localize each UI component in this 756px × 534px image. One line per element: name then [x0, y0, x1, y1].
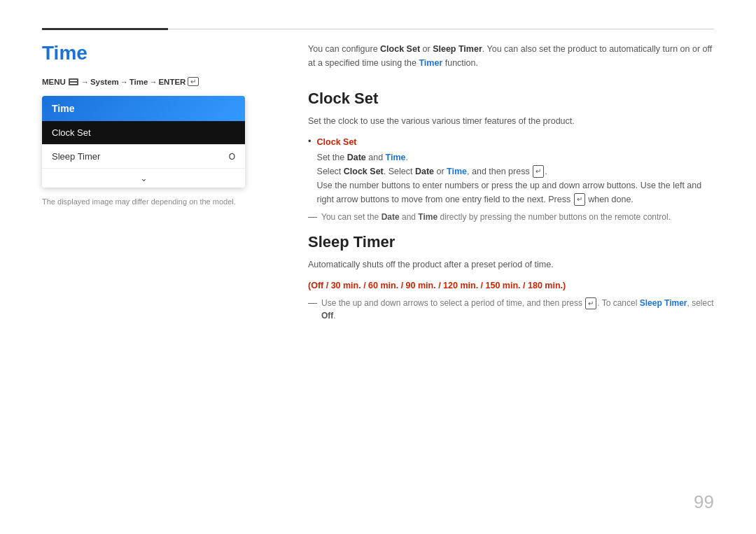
system-label: System	[90, 78, 119, 86]
tv-menu-header: Time	[42, 96, 245, 121]
menu-label: MENU	[42, 78, 66, 86]
right-panel: You can configure Clock Set or Sleep Tim…	[308, 42, 714, 322]
arrow-2: →	[120, 78, 128, 86]
sleep-timer-label: Sleep Timer	[52, 151, 100, 162]
sub-bullets: Set the Date and Time. Select Clock Set.…	[317, 150, 714, 206]
arrow-3: →	[149, 78, 157, 86]
bullet-content: Clock Set Set the Date and Time. Select …	[317, 135, 714, 206]
clock-set-bullet-label: Clock Set	[317, 137, 357, 147]
enter-label: ENTER	[158, 78, 186, 86]
sleep-timer-ref: Sleep Timer	[640, 298, 687, 308]
date-label-2: Date	[415, 167, 434, 176]
intro-text: You can configure Clock Set or Sleep Tim…	[308, 42, 714, 70]
note-text: You can set the Date and Time directly b…	[321, 211, 671, 223]
top-bar-line	[168, 29, 714, 29]
sleep-note-dash: —	[308, 297, 317, 308]
tv-menu-chevron[interactable]: ⌄	[42, 169, 245, 188]
page-title: Time	[42, 42, 266, 64]
left-panel: Time MENU → System → Time → ENTER ↵ Time…	[42, 42, 266, 206]
enter-icon: ↵	[188, 77, 199, 86]
intro-timer: Timer	[419, 58, 442, 68]
clock-set-bullet: • Clock Set Set the Date and Time. Selec…	[308, 135, 714, 206]
menu-path: MENU → System → Time → ENTER ↵	[42, 77, 266, 86]
clock-set-note: — You can set the Date and Time directly…	[308, 211, 714, 223]
intro-sleep-timer: Sleep Timer	[433, 44, 482, 54]
note-date: Date	[382, 212, 400, 222]
sub-bullet-1: Set the Date and Time.	[317, 150, 714, 164]
note-dash: —	[308, 211, 317, 222]
sleep-note-text: Use the up and down arrows to select a p…	[321, 297, 714, 322]
tv-menu-item-sleep-timer[interactable]: Sleep Timer O	[42, 145, 245, 169]
sleep-timer-title: Sleep Timer	[308, 233, 714, 251]
time-label-2: Time	[447, 167, 467, 176]
date-label-1: Date	[347, 153, 366, 162]
menu-icon	[69, 78, 78, 85]
sub-bullet-2: Select Clock Set. Select Date or Time, a…	[317, 164, 714, 178]
sub-bullet-3: Use the number buttons to enter numbers …	[317, 178, 714, 206]
time-label-1: Time	[386, 153, 406, 162]
enter-btn-1: ↵	[533, 165, 544, 178]
enter-btn-3: ↵	[585, 297, 596, 309]
note-time: Time	[418, 212, 438, 222]
sleep-timer-value: O	[229, 152, 235, 162]
clock-set-label: Clock Set	[52, 127, 91, 138]
tv-menu: Time Clock Set Sleep Timer O ⌄	[42, 96, 245, 188]
disclaimer: The displayed image may differ depending…	[42, 197, 266, 206]
top-bar-accent	[42, 28, 168, 30]
bullet-dot: •	[308, 136, 312, 146]
tv-menu-item-clock-set[interactable]: Clock Set	[42, 121, 245, 145]
arrow-1: →	[81, 78, 89, 86]
clock-set-desc: Set the clock to use the various various…	[308, 115, 714, 128]
clock-set-title: Clock Set	[308, 90, 714, 108]
sleep-timer-options: (Off / 30 min. / 60 min. / 90 min. / 120…	[308, 279, 714, 293]
clock-set-ref: Clock Set	[344, 167, 384, 176]
off-label: Off	[321, 311, 333, 321]
intro-clock-set: Clock Set	[380, 44, 420, 54]
top-bar	[42, 28, 714, 30]
time-label: Time	[130, 78, 148, 86]
enter-btn-2: ↵	[574, 193, 585, 206]
sleep-timer-note: — Use the up and down arrows to select a…	[308, 297, 714, 322]
sleep-timer-desc: Automatically shuts off the product afte…	[308, 258, 714, 272]
page-number: 99	[694, 491, 714, 513]
